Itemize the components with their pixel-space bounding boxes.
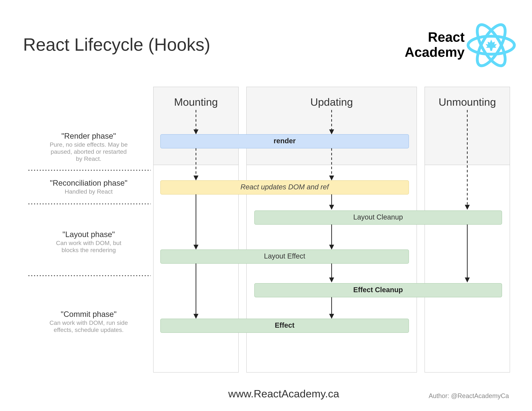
brand-line-2: Academy [405, 45, 465, 60]
page-title: React Lifecycle (Hooks) [23, 35, 210, 55]
box-dom-update-label: React updates DOM and ref [240, 183, 330, 191]
brand-block: React Academy [405, 21, 514, 70]
col-updating-header: Updating [310, 96, 353, 108]
phase-reconcile-desc-0: Handled by React [65, 188, 113, 195]
footer-url: www.ReactAcademy.ca [228, 388, 339, 400]
react-lifecycle-diagram: React Lifecycle (Hooks) React Academy Mo… [0, 0, 532, 411]
col-mounting-header: Mounting [174, 96, 218, 108]
phase-commit-title: "Commit phase" [61, 310, 117, 318]
phase-labels: "Render phase" Pure, no side effects. Ma… [49, 131, 128, 333]
box-effect-cleanup-label: Effect Cleanup [353, 286, 403, 294]
phase-layout-desc-0: Can work with DOM, but [56, 240, 122, 246]
box-layout-cleanup-label: Layout Cleanup [353, 213, 403, 221]
phase-commit-desc-0: Can work with DOM, run side [49, 319, 128, 326]
col-unmounting-header: Unmounting [438, 96, 496, 108]
box-effect-label: Effect [275, 321, 294, 329]
box-render-label: render [274, 137, 296, 145]
phase-layout-title: "Layout phase" [62, 230, 115, 239]
react-atom-icon [468, 21, 514, 70]
footer-author: Author: @ReactAcademyCa [429, 392, 509, 400]
phase-layout-desc-1: blocks the rendering [62, 247, 116, 253]
phase-render-desc-0: Pure, no side effects. May be [50, 141, 128, 148]
phase-render-title: "Render phase" [61, 131, 116, 140]
phase-render-desc-2: by React. [76, 155, 101, 162]
phase-render-desc-1: paused, aborted or restarted [50, 148, 127, 155]
phase-reconcile-title: "Reconciliation phase" [50, 178, 127, 187]
phase-commit-desc-1: effects, schedule updates. [54, 327, 124, 333]
brand-line-1: React [428, 29, 465, 45]
box-layout-effect-label: Layout Effect [264, 252, 305, 260]
